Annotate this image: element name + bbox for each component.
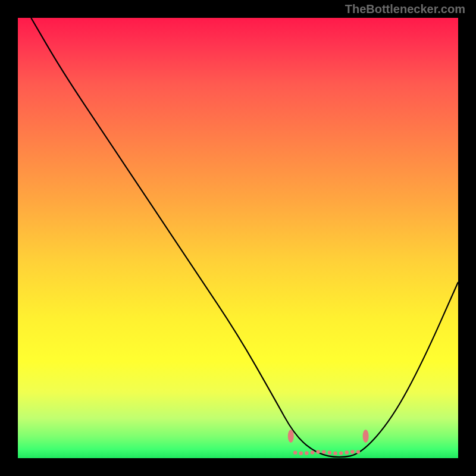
plot-area <box>18 18 458 458</box>
gradient-background <box>18 18 458 458</box>
attribution-text: TheBottlenecker.com <box>345 2 465 16</box>
